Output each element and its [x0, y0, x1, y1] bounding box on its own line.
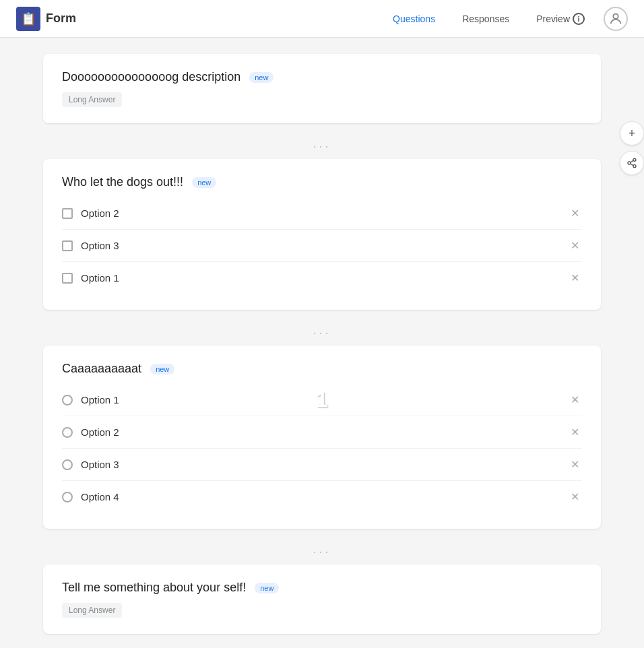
answer-type-label: Long Answer	[62, 603, 122, 618]
radio-input[interactable]	[62, 492, 73, 503]
delete-option-button[interactable]: ✕	[568, 204, 582, 222]
question-title: Tell me something about your self! new	[62, 581, 582, 595]
right-actions: +	[620, 121, 644, 175]
header: 📋 Form Questions Responses Preview i	[0, 0, 644, 38]
share-button[interactable]	[620, 151, 644, 175]
badge-new: new	[249, 72, 273, 83]
svg-line-5	[631, 160, 634, 162]
svg-point-2	[628, 162, 631, 164]
logo-area: 📋 Form	[16, 7, 76, 31]
section-description: Dooooooooooooooog description new Long A…	[43, 54, 601, 123]
option-label: Option 2	[81, 426, 568, 438]
svg-point-0	[613, 13, 618, 18]
options-list: Option 1 1 ✕ Option 2 ✕ Option 3 ✕ Optio…	[62, 384, 582, 513]
delete-option-button[interactable]: ✕	[568, 391, 582, 409]
list-item: Option 4 ✕	[62, 481, 582, 513]
question-title: Caaaaaaaaaat new	[62, 362, 582, 376]
delete-option-button[interactable]: ✕	[568, 488, 582, 506]
section-cat: Caaaaaaaaaat new Option 1 1 ✕ Option 2 ✕…	[43, 346, 601, 529]
badge-new: new	[255, 583, 279, 593]
preview-icon: i	[573, 13, 585, 25]
option-label: Option 3	[81, 459, 568, 470]
delete-option-button[interactable]: ✕	[568, 423, 582, 441]
checkbox-input[interactable]	[62, 208, 73, 219]
question-title: Who let the dogs out!!! new	[62, 175, 582, 189]
main-content: Dooooooooooooooog description new Long A…	[32, 38, 612, 648]
svg-point-3	[633, 165, 636, 168]
section-dogs: Who let the dogs out!!! new Option 2 ✕ O…	[43, 159, 601, 310]
logo-icon: 📋	[16, 7, 40, 31]
share-icon	[626, 158, 637, 168]
checkbox-input[interactable]	[62, 240, 73, 251]
header-nav: Questions Responses Preview i	[382, 7, 595, 30]
radio-input[interactable]	[62, 395, 73, 406]
list-item: Option 3 ✕	[62, 230, 582, 262]
option-label: Option 2	[81, 207, 568, 219]
list-item: Option 1 ✕	[62, 262, 582, 294]
list-item: Option 2 ✕	[62, 197, 582, 230]
option-label: Option 3	[81, 240, 568, 251]
nav-questions[interactable]: Questions	[382, 8, 446, 30]
header-title: Form	[46, 11, 76, 26]
option-label: Option 4	[81, 491, 568, 503]
user-avatar[interactable]	[604, 7, 628, 31]
option-label: Option 1	[81, 394, 568, 406]
list-item: Option 1 1 ✕	[62, 384, 582, 416]
delete-option-button[interactable]: ✕	[568, 236, 582, 255]
divider-1: ···	[43, 134, 601, 159]
svg-line-4	[631, 164, 634, 166]
badge-new: new	[192, 177, 216, 188]
divider-4: ···	[43, 645, 601, 648]
delete-option-button[interactable]: ✕	[568, 455, 582, 474]
svg-point-1	[633, 158, 636, 161]
badge-new: new	[150, 364, 174, 375]
answer-type-label: Long Answer	[62, 92, 122, 107]
divider-3: ···	[43, 540, 601, 564]
question-title: Dooooooooooooooog description new	[62, 70, 582, 84]
preview-label: Preview	[536, 13, 570, 24]
delete-option-button[interactable]: ✕	[568, 269, 582, 287]
nav-preview[interactable]: Preview i	[525, 7, 595, 30]
list-item: Option 3 ✕	[62, 449, 582, 481]
radio-input[interactable]	[62, 459, 73, 470]
radio-input[interactable]	[62, 427, 73, 438]
add-button[interactable]: +	[620, 121, 644, 145]
nav-responses[interactable]: Responses	[451, 8, 520, 30]
option-label: Option 1	[81, 272, 568, 284]
list-item: Option 2 ✕	[62, 416, 582, 449]
divider-2: ···	[43, 321, 601, 346]
options-list: Option 2 ✕ Option 3 ✕ Option 1 ✕	[62, 197, 582, 294]
section-about: Tell me something about your self! new L…	[43, 564, 601, 634]
checkbox-input[interactable]	[62, 273, 73, 284]
add-icon: +	[629, 127, 636, 141]
